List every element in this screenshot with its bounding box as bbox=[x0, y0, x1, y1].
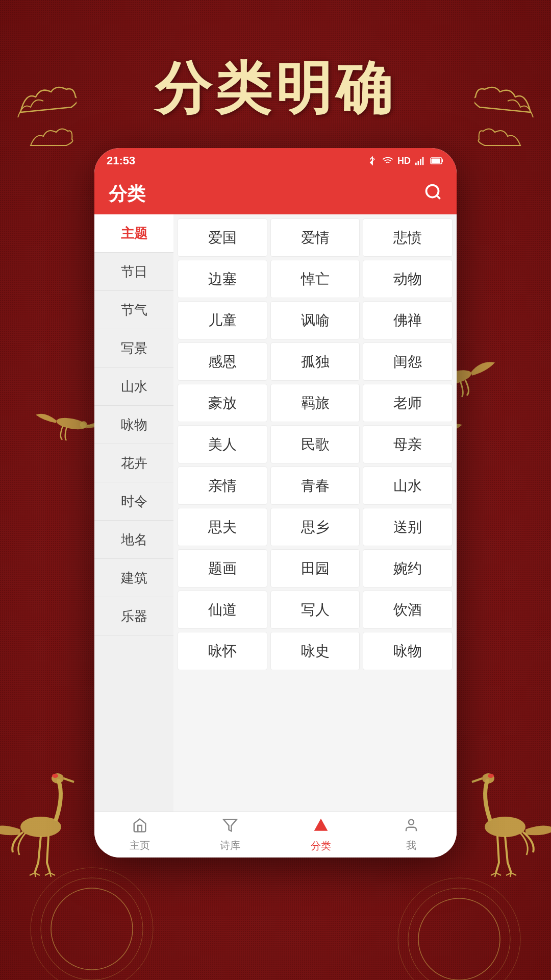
grid-cell-9-0[interactable]: 仙道 bbox=[178, 591, 267, 629]
grid-cell-6-1[interactable]: 青春 bbox=[270, 467, 360, 505]
svg-point-16 bbox=[398, 878, 520, 980]
grid-row-7: 思夫思乡送别 bbox=[178, 508, 453, 546]
grid-cell-3-1[interactable]: 孤独 bbox=[270, 342, 360, 381]
home-label: 主页 bbox=[130, 839, 150, 852]
time-display: 21:53 bbox=[107, 154, 135, 167]
category-grid: 爱国爱情悲愤边塞悼亡动物儿童讽喻佛禅感恩孤独闺怨豪放羁旅老师美人民歌母亲亲情青春… bbox=[173, 214, 457, 812]
grid-cell-0-1[interactable]: 爱情 bbox=[270, 218, 360, 257]
sidebar-item-咏物[interactable]: 咏物 bbox=[94, 406, 173, 444]
grid-cell-4-2[interactable]: 老师 bbox=[363, 384, 453, 422]
grid-cell-6-0[interactable]: 亲情 bbox=[178, 467, 267, 505]
grid-row-2: 儿童讽喻佛禅 bbox=[178, 301, 453, 339]
grid-cell-5-1[interactable]: 民歌 bbox=[270, 425, 360, 463]
grid-row-1: 边塞悼亡动物 bbox=[178, 260, 453, 298]
grid-row-10: 咏怀咏史咏物 bbox=[178, 632, 453, 670]
grid-cell-0-2[interactable]: 悲愤 bbox=[363, 218, 453, 257]
grid-cell-8-1[interactable]: 田园 bbox=[270, 549, 360, 587]
nav-poetry-library[interactable]: 诗库 bbox=[185, 812, 276, 857]
sidebar-item-主题[interactable]: 主题 bbox=[94, 214, 173, 253]
grid-cell-8-2[interactable]: 婉约 bbox=[363, 549, 453, 587]
category-label: 分类 bbox=[311, 839, 331, 853]
grid-cell-5-0[interactable]: 美人 bbox=[178, 425, 267, 463]
cloud-small-right bbox=[477, 125, 523, 153]
signal-icon bbox=[415, 155, 426, 166]
status-bar: 21:53 HD bbox=[94, 148, 457, 174]
sidebar-item-写景[interactable]: 写景 bbox=[94, 329, 173, 368]
grid-row-4: 豪放羁旅老师 bbox=[178, 384, 453, 422]
grid-cell-7-2[interactable]: 送别 bbox=[363, 508, 453, 546]
grid-row-9: 仙道写人饮酒 bbox=[178, 591, 453, 629]
profile-label: 我 bbox=[406, 839, 416, 852]
nav-profile[interactable]: 我 bbox=[366, 812, 457, 857]
grid-cell-1-1[interactable]: 悼亡 bbox=[270, 260, 360, 298]
grid-cell-7-0[interactable]: 思夫 bbox=[178, 508, 267, 546]
nav-category[interactable]: 分类 bbox=[276, 812, 366, 857]
app-header-title: 分类 bbox=[109, 182, 145, 207]
svg-point-8 bbox=[31, 868, 153, 980]
grid-row-5: 美人民歌母亲 bbox=[178, 425, 453, 463]
svg-point-14 bbox=[418, 898, 500, 980]
filter-icon bbox=[222, 818, 238, 837]
sidebar-item-时令[interactable]: 时令 bbox=[94, 482, 173, 521]
svg-rect-25 bbox=[418, 161, 419, 165]
sidebar-item-花卉[interactable]: 花卉 bbox=[94, 444, 173, 482]
grid-cell-4-0[interactable]: 豪放 bbox=[178, 384, 267, 422]
search-button[interactable] bbox=[424, 183, 442, 205]
grid-cell-2-2[interactable]: 佛禅 bbox=[363, 301, 453, 339]
grid-cell-1-2[interactable]: 动物 bbox=[363, 260, 453, 298]
grid-cell-10-2[interactable]: 咏物 bbox=[363, 632, 453, 670]
sidebar-item-节日[interactable]: 节日 bbox=[94, 253, 173, 291]
grid-cell-3-2[interactable]: 闺怨 bbox=[363, 342, 453, 381]
svg-point-11 bbox=[52, 774, 58, 778]
hd-indicator: HD bbox=[397, 156, 411, 166]
grid-row-0: 爱国爱情悲愤 bbox=[178, 218, 453, 257]
battery-icon bbox=[430, 155, 444, 166]
app-header: 分类 bbox=[94, 174, 457, 214]
bottom-navigation: 主页 诗库 分类 我 bbox=[94, 812, 457, 857]
grid-cell-0-0[interactable]: 爱国 bbox=[178, 218, 267, 257]
grid-row-3: 感恩孤独闺怨 bbox=[178, 342, 453, 381]
grid-cell-3-0[interactable]: 感恩 bbox=[178, 342, 267, 381]
svg-point-30 bbox=[427, 185, 439, 198]
svg-point-6 bbox=[51, 888, 133, 970]
sidebar-item-建筑[interactable]: 建筑 bbox=[94, 559, 173, 597]
home-icon bbox=[132, 818, 147, 837]
svg-marker-32 bbox=[224, 819, 237, 831]
content-area: 主题 节日 节气 写景 山水 咏物 花卉 时令 地名 建筑 乐器 爱国爱情悲愤边… bbox=[94, 214, 457, 812]
svg-rect-27 bbox=[422, 157, 424, 165]
svg-point-15 bbox=[408, 888, 510, 980]
svg-marker-33 bbox=[314, 818, 328, 830]
grid-cell-10-1[interactable]: 咏史 bbox=[270, 632, 360, 670]
grid-cell-6-2[interactable]: 山水 bbox=[363, 467, 453, 505]
svg-rect-26 bbox=[420, 159, 421, 165]
category-sidebar: 主题 节日 节气 写景 山水 咏物 花卉 时令 地名 建筑 乐器 bbox=[94, 214, 173, 812]
person-icon bbox=[404, 818, 419, 837]
svg-rect-29 bbox=[432, 159, 440, 163]
grid-row-6: 亲情青春山水 bbox=[178, 467, 453, 505]
grid-cell-2-0[interactable]: 儿童 bbox=[178, 301, 267, 339]
grid-cell-9-1[interactable]: 写人 bbox=[270, 591, 360, 629]
poetry-library-label: 诗库 bbox=[220, 839, 240, 852]
grid-cell-9-2[interactable]: 饮酒 bbox=[363, 591, 453, 629]
svg-point-19 bbox=[488, 774, 494, 778]
sidebar-item-地名[interactable]: 地名 bbox=[94, 521, 173, 559]
grid-cell-4-1[interactable]: 羁旅 bbox=[270, 384, 360, 422]
sidebar-item-节气[interactable]: 节气 bbox=[94, 291, 173, 329]
cloud-small-left bbox=[28, 125, 74, 153]
nav-home[interactable]: 主页 bbox=[94, 812, 185, 857]
grid-cell-10-0[interactable]: 咏怀 bbox=[178, 632, 267, 670]
category-icon bbox=[313, 817, 329, 837]
grid-cell-5-2[interactable]: 母亲 bbox=[363, 425, 453, 463]
grid-cell-1-0[interactable]: 边塞 bbox=[178, 260, 267, 298]
page-title: 分类明确 bbox=[0, 51, 551, 127]
wifi-icon bbox=[382, 155, 393, 166]
bluetooth-icon bbox=[367, 155, 378, 166]
grid-cell-2-1[interactable]: 讽喻 bbox=[270, 301, 360, 339]
svg-point-34 bbox=[409, 819, 414, 824]
phone-mockup: 21:53 HD bbox=[94, 148, 457, 857]
svg-point-7 bbox=[41, 878, 143, 980]
sidebar-item-山水[interactable]: 山水 bbox=[94, 368, 173, 406]
sidebar-item-乐器[interactable]: 乐器 bbox=[94, 597, 173, 635]
grid-cell-8-0[interactable]: 题画 bbox=[178, 549, 267, 587]
grid-cell-7-1[interactable]: 思乡 bbox=[270, 508, 360, 546]
